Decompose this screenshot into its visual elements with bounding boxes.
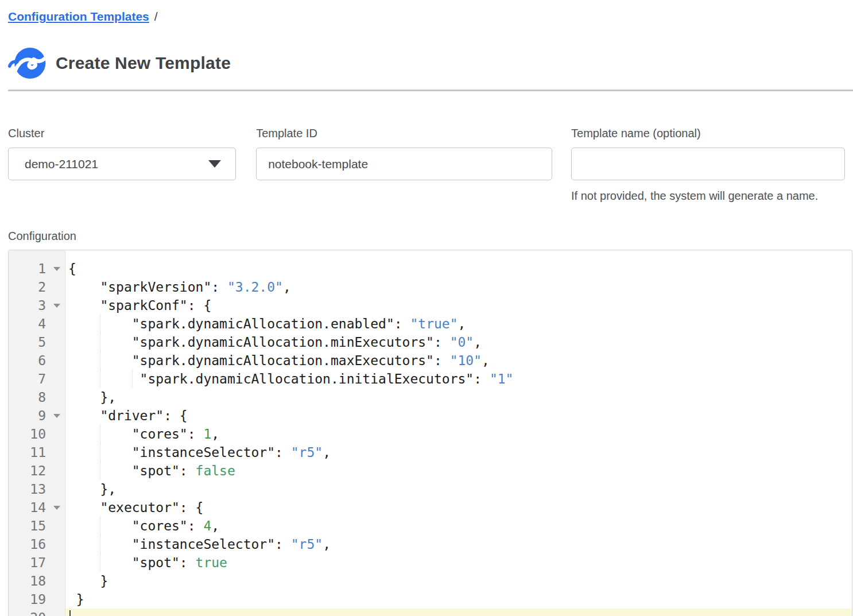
line-number: 11: [30, 445, 46, 460]
fold-arrow-icon[interactable]: [53, 506, 60, 510]
code-token: }: [68, 592, 84, 607]
code-token: ,: [474, 335, 482, 350]
template-name-field: Template name (optional) If not provided…: [571, 126, 845, 203]
code-line[interactable]: "executor": {: [65, 498, 852, 517]
code-token: },: [68, 482, 116, 497]
template-id-field: Template ID: [256, 126, 552, 180]
template-name-helper-text: If not provided, the system will generat…: [571, 189, 845, 203]
code-token: "sparkVersion":: [68, 280, 227, 295]
page-title: Create New Template: [56, 53, 231, 73]
gutter-row: 17: [9, 553, 65, 572]
template-id-input[interactable]: [256, 148, 552, 180]
configuration-code-editor[interactable]: 1234567891011121314151617181920 { "spark…: [8, 250, 852, 616]
cluster-select-value: demo-211021: [25, 157, 98, 171]
line-number: 10: [30, 427, 46, 441]
code-token: true: [196, 555, 227, 570]
line-number: 8: [38, 390, 46, 405]
code-line[interactable]: "spot": false: [65, 462, 852, 480]
line-number: 6: [38, 353, 46, 368]
cluster-label: Cluster: [8, 126, 236, 140]
code-line[interactable]: "spot": true: [65, 553, 852, 572]
code-line[interactable]: "sparkConf": {: [65, 296, 852, 315]
code-token: ,: [283, 280, 291, 295]
code-line[interactable]: {: [65, 259, 852, 278]
code-token: "spot":: [68, 555, 196, 570]
code-line[interactable]: },: [65, 480, 852, 498]
gutter-row: 5: [9, 333, 65, 351]
gutter-row: 7: [9, 370, 65, 388]
fold-arrow-icon[interactable]: [53, 414, 60, 418]
code-line[interactable]: "sparkVersion": "3.2.0",: [65, 278, 852, 296]
code-token: ,: [323, 537, 331, 552]
code-line[interactable]: "cores": 4,: [65, 517, 852, 535]
line-number: 18: [30, 574, 46, 588]
code-token: "r5": [291, 537, 323, 552]
gutter-row: 19: [9, 590, 65, 609]
code-line[interactable]: "spark.dynamicAllocation.enabled": "true…: [65, 315, 852, 333]
indent-guide-line: [100, 535, 100, 553]
indent-guide-line: [100, 425, 100, 443]
code-token: }: [68, 574, 108, 588]
code-token: "0": [450, 335, 474, 350]
line-number: 14: [30, 500, 46, 515]
line-number: 13: [30, 482, 46, 497]
indent-guide-line: [100, 315, 100, 333]
configuration-label: Configuration: [8, 229, 845, 243]
code-line[interactable]: [65, 609, 852, 616]
line-number: 20: [30, 610, 46, 616]
code-line[interactable]: "spark.dynamicAllocation.initialExecutor…: [65, 370, 852, 388]
cluster-field: Cluster demo-211021: [8, 126, 236, 180]
breadcrumb: Configuration Templates/: [8, 10, 845, 24]
code-line[interactable]: "spark.dynamicAllocation.maxExecutors": …: [65, 351, 852, 370]
editor-gutter: 1234567891011121314151617181920: [9, 250, 65, 616]
code-line[interactable]: "driver": {: [65, 406, 852, 425]
gutter-row: 13: [9, 480, 65, 498]
code-token: "1": [490, 371, 514, 386]
divider: [8, 90, 853, 91]
indent-guide-line: [100, 370, 100, 388]
code-token: "instanceSelector":: [68, 445, 291, 460]
code-token: "spark.dynamicAllocation.minExecutors":: [68, 335, 450, 350]
code-token: "3.2.0": [227, 280, 283, 295]
line-number: 5: [38, 335, 46, 350]
line-number: 2: [38, 280, 46, 295]
code-token: "spot":: [68, 463, 196, 478]
template-name-input[interactable]: [571, 148, 845, 180]
gutter-row: 1: [9, 259, 65, 278]
indent-guide-line: [100, 333, 100, 351]
code-token: "executor": {: [68, 500, 203, 515]
cluster-select[interactable]: demo-211021: [8, 148, 236, 180]
code-line[interactable]: "instanceSelector": "r5",: [65, 535, 852, 553]
template-name-label: Template name (optional): [571, 126, 845, 140]
line-number: 3: [38, 298, 46, 313]
breadcrumb-separator: /: [154, 10, 158, 23]
fold-arrow-icon[interactable]: [53, 267, 60, 271]
gutter-row: 2: [9, 278, 65, 296]
breadcrumb-link-configuration-templates[interactable]: Configuration Templates: [8, 10, 149, 23]
code-line[interactable]: "cores": 1,: [65, 425, 852, 443]
text-cursor: [69, 610, 71, 616]
gutter-row: 9: [9, 406, 65, 425]
line-number: 9: [38, 408, 46, 423]
code-token: "driver": {: [68, 408, 188, 423]
code-token: 1: [203, 427, 211, 441]
line-number: 12: [30, 463, 46, 478]
gutter-row: 10: [9, 425, 65, 443]
editor-code-area[interactable]: { "sparkVersion": "3.2.0", "sparkConf": …: [65, 250, 852, 616]
code-line[interactable]: "instanceSelector": "r5",: [65, 443, 852, 462]
code-line[interactable]: }: [65, 572, 852, 590]
gutter-row: 18: [9, 572, 65, 590]
code-token: "10": [450, 353, 482, 368]
code-line[interactable]: "spark.dynamicAllocation.minExecutors": …: [65, 333, 852, 351]
fold-arrow-icon[interactable]: [53, 304, 60, 308]
code-token: {: [68, 261, 76, 276]
code-line[interactable]: },: [65, 388, 852, 406]
line-number: 15: [30, 518, 46, 533]
code-line[interactable]: }: [65, 590, 852, 609]
template-id-label: Template ID: [256, 126, 552, 140]
indent-guide-line: [132, 370, 133, 388]
indent-guide-line: [100, 351, 100, 370]
code-token: "instanceSelector":: [68, 537, 291, 552]
ocean-wave-logo-icon: [8, 47, 46, 80]
code-token: false: [196, 463, 235, 478]
